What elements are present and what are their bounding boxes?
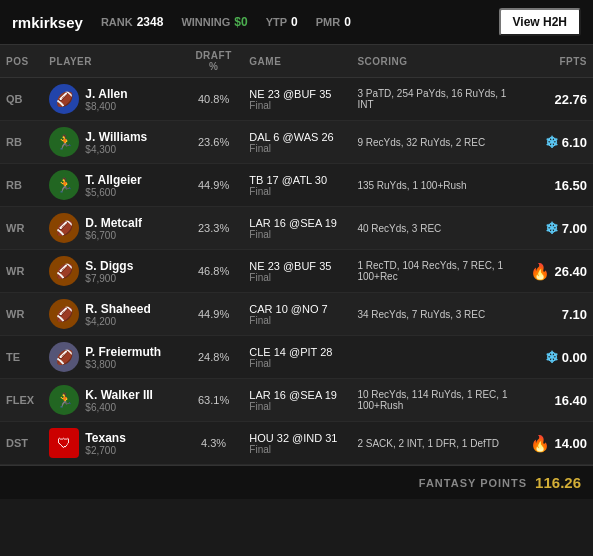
game-cell: NE 23 @BUF 35 Final (243, 78, 351, 121)
draft-pct-cell: 44.9% (184, 293, 243, 336)
table-row: WR 🏈 D. Metcalf $6,700 23.3% LAR 16 @SEA… (0, 207, 593, 250)
col-pos: POS (0, 45, 43, 78)
fantasy-points-value: 116.26 (535, 474, 581, 491)
draft-pct-cell: 63.1% (184, 379, 243, 422)
game-cell: LAR 16 @SEA 19 Final (243, 379, 351, 422)
fpts-cell: 🔥 26.40 (519, 250, 593, 293)
fpts-cell: 7.10 (519, 293, 593, 336)
player-cell: 🏃 J. Williams $4,300 (43, 121, 184, 164)
player-avatar: 🏈 (49, 342, 79, 372)
table-row: TE 🏈 P. Freiermuth $3,800 24.8% CLE 14 @… (0, 336, 593, 379)
pmr-stat: PMR 0 (316, 15, 351, 29)
table-header-row: POS PLAYER DRAFT % GAME SCORING FPTS (0, 45, 593, 78)
player-avatar: 🛡 (49, 428, 79, 458)
fire-badge-icon: 🔥 (530, 434, 550, 453)
table-row: FLEX 🏃 K. Walker III $6,400 63.1% LAR 16… (0, 379, 593, 422)
game-main: NE 23 @BUF 35 (249, 88, 345, 100)
game-status: Final (249, 315, 345, 326)
player-name: T. Allgeier (85, 173, 141, 187)
scoring-cell: 135 RuYds, 1 100+Rush (351, 164, 519, 207)
draft-pct-cell: 40.8% (184, 78, 243, 121)
player-name: S. Diggs (85, 259, 133, 273)
player-salary: $4,200 (85, 316, 150, 327)
player-avatar: 🏃 (49, 127, 79, 157)
player-salary: $3,800 (85, 359, 161, 370)
ice-badge-icon: ❄ (545, 133, 558, 152)
player-name: J. Allen (85, 87, 127, 101)
table-row: WR 🏈 S. Diggs $7,900 46.8% NE 23 @BUF 35… (0, 250, 593, 293)
pmr-label: PMR (316, 16, 340, 28)
rank-value: 2348 (137, 15, 164, 29)
game-cell: LAR 16 @SEA 19 Final (243, 207, 351, 250)
fpts-cell: ❄ 0.00 (519, 336, 593, 379)
table-row: RB 🏃 T. Allgeier $5,600 44.9% TB 17 @ATL… (0, 164, 593, 207)
scoring-cell (351, 336, 519, 379)
draft-pct-cell: 4.3% (184, 422, 243, 465)
col-player: PLAYER (43, 45, 184, 78)
roster-table: POS PLAYER DRAFT % GAME SCORING FPTS QB … (0, 45, 593, 465)
game-status: Final (249, 143, 345, 154)
game-main: LAR 16 @SEA 19 (249, 389, 345, 401)
scoring-cell: 3 PaTD, 254 PaYds, 16 RuYds, 1 INT (351, 78, 519, 121)
fantasy-points-label: FANTASY POINTS (419, 477, 527, 489)
col-scoring: SCORING (351, 45, 519, 78)
pos-cell: FLEX (0, 379, 43, 422)
player-salary: $6,700 (85, 230, 142, 241)
player-avatar: 🏈 (49, 84, 79, 114)
player-cell: 🏈 R. Shaheed $4,200 (43, 293, 184, 336)
fpts-cell: 🔥 14.00 (519, 422, 593, 465)
pos-cell: DST (0, 422, 43, 465)
table-row: RB 🏃 J. Williams $4,300 23.6% DAL 6 @WAS… (0, 121, 593, 164)
fpts-value: 22.76 (554, 92, 587, 107)
player-salary: $5,600 (85, 187, 141, 198)
game-status: Final (249, 186, 345, 197)
col-draft-pct: DRAFT % (184, 45, 243, 78)
pos-cell: QB (0, 78, 43, 121)
table-row: DST 🛡 Texans $2,700 4.3% HOU 32 @IND 31 … (0, 422, 593, 465)
fpts-value: 7.00 (562, 221, 587, 236)
game-cell: NE 23 @BUF 35 Final (243, 250, 351, 293)
player-cell: 🏃 T. Allgeier $5,600 (43, 164, 184, 207)
fpts-value: 7.10 (562, 307, 587, 322)
pos-cell: TE (0, 336, 43, 379)
player-name: R. Shaheed (85, 302, 150, 316)
scoring-cell: 10 RecYds, 114 RuYds, 1 REC, 1 100+Rush (351, 379, 519, 422)
winning-stat: WINNING $0 (181, 15, 247, 29)
ytp-stat: YTP 0 (266, 15, 298, 29)
player-salary: $6,400 (85, 402, 153, 413)
pos-cell: WR (0, 207, 43, 250)
player-cell: 🛡 Texans $2,700 (43, 422, 184, 465)
ice-badge-icon: ❄ (545, 348, 558, 367)
col-fpts: FPTS (519, 45, 593, 78)
fpts-cell: ❄ 7.00 (519, 207, 593, 250)
game-status: Final (249, 358, 345, 369)
col-game: GAME (243, 45, 351, 78)
player-salary: $7,900 (85, 273, 133, 284)
table-row: WR 🏈 R. Shaheed $4,200 44.9% CAR 10 @NO … (0, 293, 593, 336)
player-name: Texans (85, 431, 125, 445)
fpts-cell: 16.50 (519, 164, 593, 207)
game-main: CLE 14 @PIT 28 (249, 346, 345, 358)
scoring-cell: 40 RecYds, 3 REC (351, 207, 519, 250)
username: rmkirksey (12, 14, 83, 31)
game-cell: DAL 6 @WAS 26 Final (243, 121, 351, 164)
player-salary: $8,400 (85, 101, 127, 112)
draft-pct-cell: 24.8% (184, 336, 243, 379)
footer: FANTASY POINTS 116.26 (0, 465, 593, 499)
player-salary: $2,700 (85, 445, 125, 456)
view-h2h-button[interactable]: View H2H (499, 8, 581, 36)
game-status: Final (249, 272, 345, 283)
fpts-cell: 16.40 (519, 379, 593, 422)
player-salary: $4,300 (85, 144, 147, 155)
winning-label: WINNING (181, 16, 230, 28)
fpts-cell: ❄ 6.10 (519, 121, 593, 164)
pos-cell: RB (0, 164, 43, 207)
game-main: DAL 6 @WAS 26 (249, 131, 345, 143)
player-cell: 🏈 P. Freiermuth $3,800 (43, 336, 184, 379)
game-main: CAR 10 @NO 7 (249, 303, 345, 315)
player-avatar: 🏃 (49, 385, 79, 415)
table-row: QB 🏈 J. Allen $8,400 40.8% NE 23 @BUF 35… (0, 78, 593, 121)
game-cell: CAR 10 @NO 7 Final (243, 293, 351, 336)
game-cell: TB 17 @ATL 30 Final (243, 164, 351, 207)
fire-badge-icon: 🔥 (530, 262, 550, 281)
